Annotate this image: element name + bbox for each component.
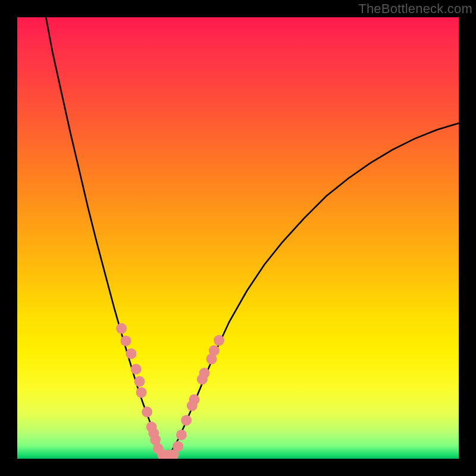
- chart-svg: [17, 17, 459, 459]
- data-markers: [116, 323, 224, 459]
- data-point-marker: [181, 415, 192, 425]
- data-point-marker: [209, 345, 220, 356]
- data-point-marker: [136, 387, 147, 398]
- data-point-marker: [134, 376, 145, 387]
- data-point-marker: [176, 430, 187, 440]
- data-point-marker: [121, 336, 131, 346]
- data-point-marker: [173, 441, 183, 452]
- curve-right-branch: [167, 123, 459, 456]
- data-point-marker: [199, 368, 210, 378]
- data-point-marker: [116, 323, 127, 334]
- watermark-text: TheBottleneck.com: [358, 1, 472, 17]
- data-point-marker: [142, 406, 152, 417]
- data-point-marker: [126, 348, 136, 359]
- curve-left-branch: [46, 17, 167, 456]
- plot-area: [17, 17, 459, 459]
- chart-frame: TheBottleneck.com: [0, 0, 476, 476]
- data-point-marker: [214, 335, 224, 346]
- data-point-marker: [189, 394, 200, 405]
- data-point-marker: [131, 364, 142, 374]
